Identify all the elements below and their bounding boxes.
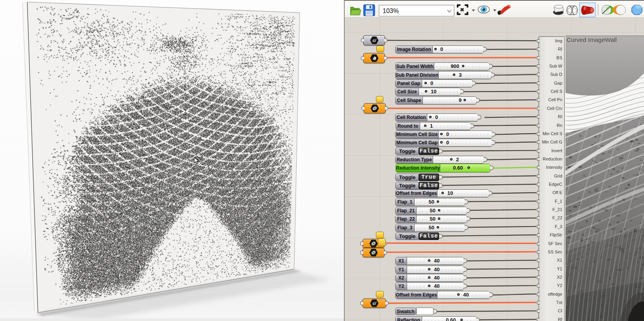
svg-text:103%: 103% <box>383 8 399 14</box>
svg-text:Curved ImageWall: Curved ImageWall <box>567 36 617 43</box>
svg-text:c/: c/ <box>372 38 376 43</box>
svg-text:c/: c/ <box>373 301 377 306</box>
